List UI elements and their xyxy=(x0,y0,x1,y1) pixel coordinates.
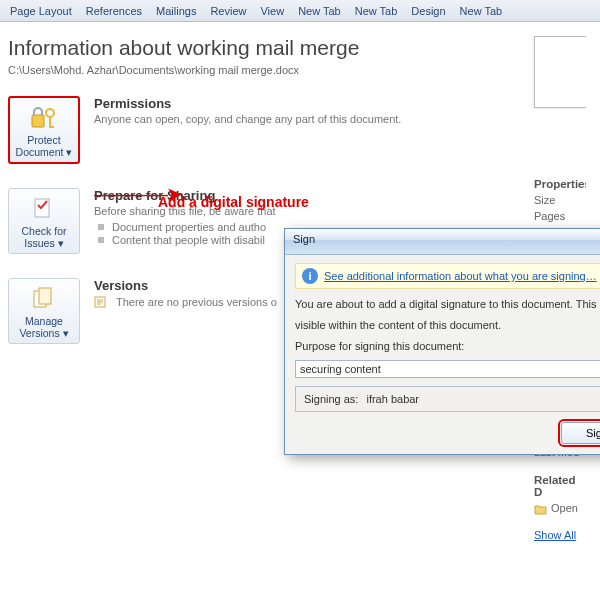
svg-rect-4 xyxy=(39,288,51,304)
info-link[interactable]: See additional information about what yo… xyxy=(324,270,597,282)
dialog-info-banner: i See additional information about what … xyxy=(295,263,600,289)
sign-button[interactable]: Sign xyxy=(561,422,600,444)
show-all-link[interactable]: Show All xyxy=(534,529,586,541)
manage-versions-button[interactable]: Manage Versions ▾ xyxy=(8,278,80,344)
check-issues-button[interactable]: Check for Issues ▾ xyxy=(8,188,80,254)
prepare-bullet-1: Document properties and autho xyxy=(94,221,276,233)
page-title: Information about working mail merge xyxy=(8,36,526,60)
tab-page-layout[interactable]: Page Layout xyxy=(10,5,72,17)
tab-mailings[interactable]: Mailings xyxy=(156,5,196,17)
tab-review[interactable]: Review xyxy=(210,5,246,17)
svg-point-1 xyxy=(46,109,54,117)
info-icon: i xyxy=(302,268,318,284)
purpose-input[interactable] xyxy=(295,360,600,378)
open-file-link[interactable]: Open xyxy=(534,502,586,515)
document-check-icon xyxy=(28,195,60,223)
versions-icon xyxy=(28,285,60,313)
document-preview xyxy=(534,36,586,108)
section-permissions: Protect Document ▾ Permissions Anyone ca… xyxy=(8,96,526,164)
versions-head: Versions xyxy=(94,278,277,293)
tab-view[interactable]: View xyxy=(260,5,284,17)
prepare-bullet-2: Content that people with disabil xyxy=(94,234,276,246)
lock-key-icon xyxy=(28,104,60,132)
ribbon-tabs: Page Layout References Mailings Review V… xyxy=(0,0,600,22)
tab-new-3[interactable]: New Tab xyxy=(460,5,503,17)
prop-size: Size xyxy=(534,194,586,206)
manage-versions-label: Manage Versions ▾ xyxy=(11,315,77,339)
file-path: C:\Users\Mohd. Azhar\Documents\working m… xyxy=(8,64,526,76)
dialog-body-2: visible within the content of this docum… xyxy=(295,318,600,333)
tab-new-2[interactable]: New Tab xyxy=(355,5,398,17)
permissions-sub: Anyone can open, copy, and change any pa… xyxy=(94,113,401,125)
tab-references[interactable]: References xyxy=(86,5,142,17)
purpose-label: Purpose for signing this document: xyxy=(295,339,600,354)
dialog-title: Sign xyxy=(285,229,600,255)
prop-pages: Pages xyxy=(534,210,586,222)
tab-design[interactable]: Design xyxy=(411,5,445,17)
protect-document-label: Protect Document ▾ xyxy=(12,134,76,158)
dialog-body-1: You are about to add a digital signature… xyxy=(295,297,600,312)
protect-document-button[interactable]: Protect Document ▾ xyxy=(8,96,80,164)
signing-as-box: Signing as: ifrah babar xyxy=(295,386,600,412)
signing-as-label: Signing as: xyxy=(304,393,358,405)
versions-sub: There are no previous versions o xyxy=(94,295,277,309)
permissions-head: Permissions xyxy=(94,96,401,111)
signing-as-value: ifrah babar xyxy=(366,393,419,405)
sign-dialog: Sign i See additional information about … xyxy=(284,228,600,455)
tab-new-1[interactable]: New Tab xyxy=(298,5,341,17)
properties-head: Properties xyxy=(534,178,586,190)
svg-rect-0 xyxy=(32,115,44,127)
annotation-text: Add a digital signature xyxy=(158,194,309,210)
related-head: Related D xyxy=(534,474,586,498)
check-issues-label: Check for Issues ▾ xyxy=(11,225,77,249)
